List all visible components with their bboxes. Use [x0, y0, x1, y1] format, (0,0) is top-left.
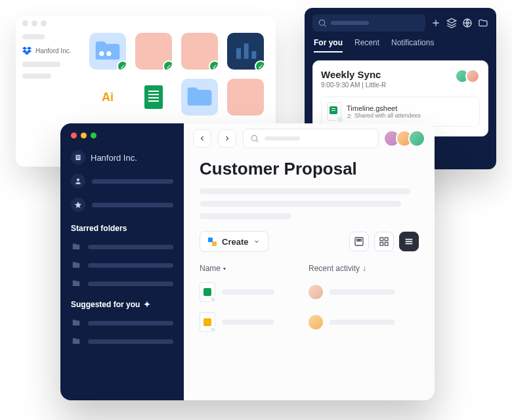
window-dot — [22, 20, 28, 26]
suggested-folder-item[interactable] — [71, 318, 173, 327]
activity-placeholder — [330, 320, 395, 325]
column-name[interactable]: Name▾ — [200, 264, 309, 273]
folder-outline-icon[interactable] — [478, 18, 488, 28]
page-title: Customer Proposal — [200, 159, 419, 179]
svg-line-19 — [257, 140, 259, 142]
close-dot[interactable] — [71, 133, 77, 138]
nav-back-button[interactable] — [193, 129, 211, 148]
workspace-brand[interactable]: Hanford Inc. — [71, 150, 173, 165]
file-list — [200, 277, 419, 337]
svg-point-0 — [99, 51, 104, 56]
window-traffic-lights — [71, 133, 173, 138]
grid-icon — [379, 236, 389, 247]
item-placeholder — [88, 245, 173, 249]
sidebar-placeholder — [22, 74, 51, 79]
attendee-avatars — [459, 69, 480, 83]
chevron-down-icon — [253, 238, 260, 245]
svg-rect-16 — [79, 158, 80, 159]
chevron-left-icon — [198, 135, 206, 142]
create-label: Create — [222, 237, 248, 247]
tab-for-you[interactable]: For you — [314, 38, 343, 52]
search-input[interactable] — [312, 14, 425, 32]
file-tile-sheet[interactable] — [135, 79, 172, 116]
folder-tile[interactable] — [181, 79, 218, 116]
folder-tile[interactable]: ✓ — [89, 33, 126, 70]
nav-forward-button[interactable] — [218, 129, 236, 148]
collaborator-avatars[interactable] — [388, 130, 425, 147]
text-placeholder — [200, 188, 410, 194]
plus-icon[interactable] — [431, 18, 441, 28]
suggested-folder-item[interactable] — [71, 337, 173, 346]
sidebar-placeholder — [92, 179, 173, 184]
folder-icon — [71, 261, 81, 270]
file-tile-ai[interactable]: Ai — [89, 79, 126, 116]
gallery-icon — [354, 236, 364, 247]
sidebar-item[interactable] — [71, 174, 173, 188]
view-list-button[interactable] — [399, 232, 419, 251]
folder-icon — [71, 318, 81, 327]
svg-point-11 — [350, 114, 351, 116]
search-input[interactable] — [243, 129, 379, 148]
app-main: Customer Proposal Create Name▾ — [184, 123, 435, 400]
svg-rect-13 — [77, 156, 78, 158]
starred-folder-item[interactable] — [71, 242, 173, 251]
tab-recent[interactable]: Recent — [354, 38, 379, 52]
window-traffic-lights — [16, 16, 276, 30]
attached-file[interactable]: Timeline.gsheet Shared with all attendee… — [321, 96, 480, 127]
main-app-window: Hanford Inc. Starred folders Suggested f… — [60, 123, 435, 400]
image-tile[interactable] — [227, 79, 264, 116]
search-placeholder — [331, 21, 369, 25]
sidebar-brand[interactable]: Hanford Inc. — [22, 46, 77, 55]
search-icon — [318, 18, 327, 28]
sidebar-item[interactable] — [71, 198, 173, 212]
view-gallery-button[interactable] — [349, 232, 369, 251]
search-icon — [250, 134, 259, 143]
item-placeholder — [88, 263, 173, 268]
svg-rect-12 — [76, 155, 81, 160]
folder-tile[interactable]: ✓ — [227, 33, 264, 70]
table-row[interactable] — [200, 277, 419, 307]
starred-folder-item[interactable] — [71, 279, 173, 288]
list-icon — [404, 236, 414, 247]
spreadsheet-icon — [144, 85, 163, 109]
image-tile[interactable]: ✓ — [135, 33, 172, 70]
column-activity[interactable]: Recent activity↓ — [309, 264, 419, 273]
table-row[interactable] — [200, 307, 419, 337]
tab-notifications[interactable]: Notifications — [391, 38, 434, 52]
topbar — [184, 123, 435, 154]
text-placeholder — [200, 213, 291, 219]
sidebar-placeholder — [22, 62, 60, 67]
svg-point-1 — [106, 51, 111, 56]
file-shared-label: Shared with all attendees — [347, 112, 421, 119]
folder-icon — [71, 337, 81, 346]
view-grid-button[interactable] — [374, 232, 394, 251]
activity-placeholder — [330, 289, 395, 295]
svg-rect-14 — [79, 156, 80, 158]
event-title: Weekly Sync — [321, 69, 386, 80]
minimize-dot[interactable] — [81, 133, 87, 138]
image-tile[interactable]: ✓ — [181, 33, 218, 70]
globe-icon[interactable] — [462, 18, 473, 28]
file-name-placeholder — [222, 289, 274, 295]
file-spreadsheet-icon — [200, 282, 215, 302]
zoom-dot[interactable] — [91, 133, 96, 138]
view-toggle — [349, 232, 419, 251]
svg-point-18 — [251, 135, 257, 140]
sync-check-icon: ✓ — [209, 60, 218, 70]
people-icon — [347, 113, 352, 119]
ai-icon: Ai — [102, 91, 114, 104]
svg-rect-15 — [77, 158, 78, 159]
svg-point-5 — [319, 20, 324, 25]
chevron-down-icon: ▾ — [223, 266, 226, 272]
svg-point-10 — [348, 114, 349, 115]
chevron-right-icon — [223, 135, 231, 142]
building-icon — [71, 150, 85, 165]
folder-icon — [93, 37, 122, 66]
file-slides-icon — [200, 312, 215, 332]
create-button[interactable]: Create — [200, 231, 268, 252]
avatar — [309, 285, 323, 299]
layers-icon[interactable] — [446, 18, 457, 28]
create-icon — [208, 238, 217, 246]
starred-folder-item[interactable] — [71, 261, 173, 270]
svg-rect-4 — [251, 51, 256, 59]
